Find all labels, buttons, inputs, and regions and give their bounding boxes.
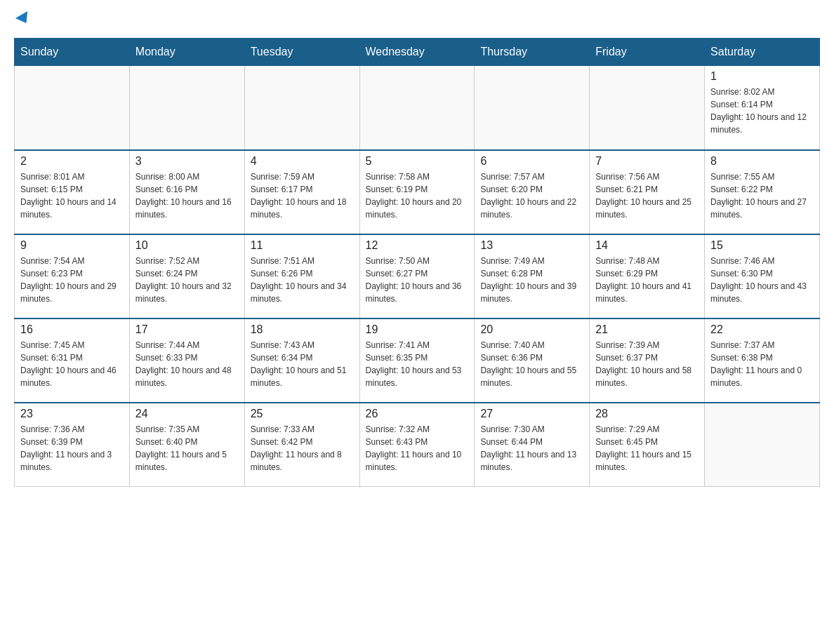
day-info: Sunrise: 7:37 AMSunset: 6:38 PMDaylight:…: [710, 339, 814, 389]
calendar-cell: 21Sunrise: 7:39 AMSunset: 6:37 PMDayligh…: [590, 318, 705, 403]
day-number: 19: [366, 323, 469, 336]
sunset-text: Sunset: 6:33 PM: [135, 353, 198, 363]
calendar-cell: 8Sunrise: 7:55 AMSunset: 6:22 PMDaylight…: [705, 150, 820, 234]
sunrise-text: Sunrise: 7:39 AM: [595, 340, 659, 350]
sunset-text: Sunset: 6:29 PM: [595, 269, 658, 279]
day-info: Sunrise: 7:56 AMSunset: 6:21 PMDaylight:…: [595, 170, 699, 221]
day-number: 21: [595, 323, 699, 336]
day-info: Sunrise: 8:00 AMSunset: 6:16 PMDaylight:…: [135, 170, 239, 221]
day-number: 24: [135, 408, 239, 420]
day-number: 1: [710, 70, 814, 83]
day-info: Sunrise: 7:50 AMSunset: 6:27 PMDaylight:…: [366, 255, 469, 305]
calendar-cell: 25Sunrise: 7:33 AMSunset: 6:42 PMDayligh…: [244, 403, 359, 487]
day-number: 16: [20, 323, 124, 336]
calendar-cell: 9Sunrise: 7:54 AMSunset: 6:23 PMDaylight…: [15, 234, 130, 318]
sunset-text: Sunset: 6:37 PM: [595, 353, 658, 363]
weekday-header-monday: Monday: [129, 39, 244, 66]
calendar-cell: 16Sunrise: 7:45 AMSunset: 6:31 PMDayligh…: [15, 318, 130, 403]
sunset-text: Sunset: 6:20 PM: [480, 185, 543, 194]
daylight-text: Daylight: 10 hours and 18 minutes.: [251, 197, 347, 220]
daylight-text: Daylight: 10 hours and 39 minutes.: [480, 281, 576, 304]
daylight-text: Daylight: 10 hours and 36 minutes.: [366, 281, 462, 304]
daylight-text: Daylight: 11 hours and 15 minutes.: [595, 450, 691, 472]
sunrise-text: Sunrise: 7:30 AM: [480, 424, 544, 434]
sunrise-text: Sunrise: 8:02 AM: [710, 87, 774, 97]
sunset-text: Sunset: 6:16 PM: [135, 185, 198, 194]
sunrise-text: Sunrise: 7:41 AM: [366, 340, 430, 350]
weekday-header-sunday: Sunday: [15, 39, 130, 66]
calendar-cell: 15Sunrise: 7:46 AMSunset: 6:30 PMDayligh…: [705, 234, 820, 318]
daylight-text: Daylight: 11 hours and 13 minutes.: [480, 450, 576, 472]
sunset-text: Sunset: 6:38 PM: [710, 353, 773, 363]
weekday-header-thursday: Thursday: [475, 39, 590, 66]
week-row-5: 23Sunrise: 7:36 AMSunset: 6:39 PMDayligh…: [15, 403, 820, 487]
day-info: Sunrise: 7:35 AMSunset: 6:40 PMDaylight:…: [135, 423, 239, 474]
sunset-text: Sunset: 6:34 PM: [251, 353, 313, 363]
logo: [14, 14, 31, 24]
weekday-header-row: SundayMondayTuesdayWednesdayThursdayFrid…: [15, 39, 820, 66]
daylight-text: Daylight: 10 hours and 46 minutes.: [20, 365, 117, 388]
calendar-cell: [705, 403, 820, 487]
calendar-cell: 19Sunrise: 7:41 AMSunset: 6:35 PMDayligh…: [359, 318, 475, 403]
day-info: Sunrise: 7:30 AMSunset: 6:44 PMDaylight:…: [480, 423, 583, 474]
day-info: Sunrise: 7:46 AMSunset: 6:30 PMDaylight:…: [710, 255, 814, 305]
day-info: Sunrise: 7:33 AMSunset: 6:42 PMDaylight:…: [251, 423, 354, 474]
daylight-text: Daylight: 11 hours and 3 minutes.: [20, 450, 112, 472]
daylight-text: Daylight: 10 hours and 27 minutes.: [710, 197, 807, 220]
week-row-1: 1Sunrise: 8:02 AMSunset: 6:14 PMDaylight…: [15, 66, 820, 150]
sunset-text: Sunset: 6:26 PM: [251, 269, 313, 279]
sunset-text: Sunset: 6:21 PM: [595, 185, 658, 194]
day-info: Sunrise: 7:40 AMSunset: 6:36 PMDaylight:…: [480, 339, 583, 389]
sunrise-text: Sunrise: 7:32 AM: [366, 424, 430, 434]
day-number: 8: [710, 155, 814, 168]
daylight-text: Daylight: 11 hours and 8 minutes.: [251, 450, 342, 472]
sunrise-text: Sunrise: 7:33 AM: [251, 424, 315, 434]
sunrise-text: Sunrise: 8:01 AM: [20, 172, 84, 182]
sunrise-text: Sunrise: 7:43 AM: [251, 340, 315, 350]
day-number: 26: [366, 408, 469, 420]
day-number: 6: [480, 155, 583, 168]
day-number: 18: [251, 323, 354, 336]
day-info: Sunrise: 7:45 AMSunset: 6:31 PMDaylight:…: [20, 339, 124, 389]
calendar-cell: [475, 66, 590, 150]
sunrise-text: Sunrise: 7:59 AM: [251, 172, 315, 182]
calendar-cell: 13Sunrise: 7:49 AMSunset: 6:28 PMDayligh…: [475, 234, 590, 318]
calendar-cell: 14Sunrise: 7:48 AMSunset: 6:29 PMDayligh…: [590, 234, 705, 318]
day-info: Sunrise: 7:29 AMSunset: 6:45 PMDaylight:…: [595, 423, 699, 474]
day-number: 3: [135, 155, 239, 168]
sunset-text: Sunset: 6:43 PM: [366, 437, 428, 447]
calendar-table: SundayMondayTuesdayWednesdayThursdayFrid…: [14, 38, 820, 487]
sunset-text: Sunset: 6:22 PM: [710, 185, 773, 194]
daylight-text: Daylight: 10 hours and 48 minutes.: [135, 365, 232, 388]
page-header: [14, 14, 820, 24]
day-info: Sunrise: 8:02 AMSunset: 6:14 PMDaylight:…: [710, 86, 814, 136]
sunset-text: Sunset: 6:30 PM: [710, 269, 773, 279]
sunrise-text: Sunrise: 7:52 AM: [135, 256, 199, 266]
sunrise-text: Sunrise: 7:58 AM: [366, 172, 430, 182]
sunset-text: Sunset: 6:42 PM: [251, 437, 313, 447]
day-info: Sunrise: 7:44 AMSunset: 6:33 PMDaylight:…: [135, 339, 239, 389]
day-number: 25: [251, 408, 354, 420]
calendar-cell: 10Sunrise: 7:52 AMSunset: 6:24 PMDayligh…: [129, 234, 244, 318]
daylight-text: Daylight: 10 hours and 58 minutes.: [595, 365, 691, 388]
sunrise-text: Sunrise: 7:57 AM: [480, 172, 544, 182]
sunrise-text: Sunrise: 7:55 AM: [710, 172, 774, 182]
calendar-cell: 18Sunrise: 7:43 AMSunset: 6:34 PMDayligh…: [244, 318, 359, 403]
calendar-cell: [15, 66, 130, 150]
weekday-header-saturday: Saturday: [705, 39, 820, 66]
sunset-text: Sunset: 6:31 PM: [20, 353, 83, 363]
daylight-text: Daylight: 10 hours and 29 minutes.: [20, 281, 117, 304]
day-number: 20: [480, 323, 583, 336]
calendar-cell: 1Sunrise: 8:02 AMSunset: 6:14 PMDaylight…: [705, 66, 820, 150]
day-info: Sunrise: 7:59 AMSunset: 6:17 PMDaylight:…: [251, 170, 354, 221]
sunrise-text: Sunrise: 7:36 AM: [20, 424, 84, 434]
day-info: Sunrise: 7:32 AMSunset: 6:43 PMDaylight:…: [366, 423, 469, 474]
calendar-cell: 11Sunrise: 7:51 AMSunset: 6:26 PMDayligh…: [244, 234, 359, 318]
sunrise-text: Sunrise: 7:37 AM: [710, 340, 774, 350]
day-info: Sunrise: 7:49 AMSunset: 6:28 PMDaylight:…: [480, 255, 583, 305]
daylight-text: Daylight: 11 hours and 5 minutes.: [135, 450, 227, 472]
sunset-text: Sunset: 6:27 PM: [366, 269, 428, 279]
calendar-cell: 12Sunrise: 7:50 AMSunset: 6:27 PMDayligh…: [359, 234, 475, 318]
sunset-text: Sunset: 6:35 PM: [366, 353, 428, 363]
calendar-cell: 4Sunrise: 7:59 AMSunset: 6:17 PMDaylight…: [244, 150, 359, 234]
